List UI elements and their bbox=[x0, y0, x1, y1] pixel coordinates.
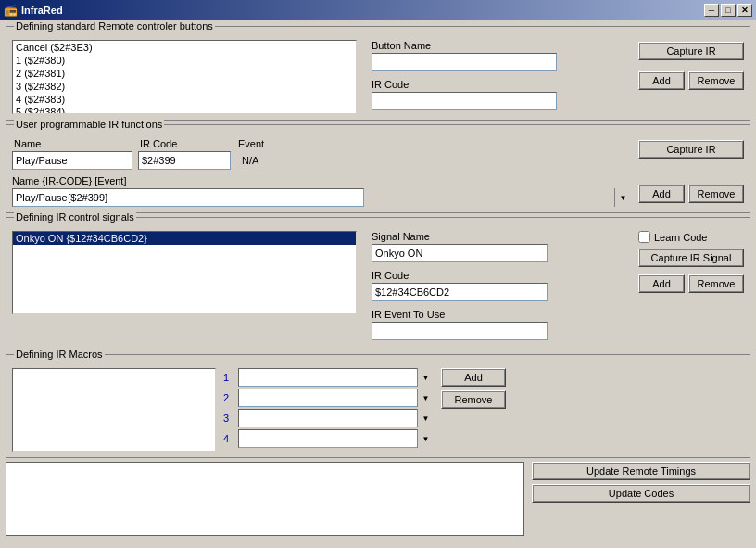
learn-code-label: Learn Code bbox=[654, 232, 708, 243]
user-programmable-group: User programmable IR functions Name IR C… bbox=[6, 124, 750, 213]
user-programmable-label: User programmable IR functions bbox=[14, 119, 164, 130]
app-title: InfraRed bbox=[21, 5, 63, 16]
button-name-input[interactable] bbox=[372, 53, 557, 71]
standard-remote-group: Defining standard Remote controler butto… bbox=[6, 26, 750, 121]
user-capture-ir-button[interactable]: Capture IR bbox=[638, 140, 744, 159]
ir-remove-button[interactable]: Remove bbox=[688, 274, 744, 293]
macro-num-1: 1 bbox=[223, 372, 234, 383]
learn-code-checkbox[interactable] bbox=[638, 231, 650, 243]
ir-macros-group: Defining IR Macros 1 ▼ 2 bbox=[6, 354, 750, 458]
ir-event-label: IR Event To Use bbox=[372, 309, 633, 320]
close-button[interactable]: ✕ bbox=[737, 4, 752, 17]
macro-remove-button[interactable]: Remove bbox=[441, 390, 506, 409]
macros-listbox[interactable] bbox=[12, 368, 216, 452]
macro-dropdown-1[interactable] bbox=[238, 368, 434, 387]
col-event-header: Event bbox=[238, 138, 312, 149]
list-item[interactable]: 4 ($2#383) bbox=[13, 93, 356, 106]
list-item[interactable]: 1 ($2#380) bbox=[13, 54, 356, 67]
list-item[interactable]: Cancel ($2#3E3) bbox=[13, 41, 356, 54]
add-button[interactable]: Add bbox=[638, 71, 685, 90]
name-ir-event-dropdown[interactable] bbox=[12, 188, 364, 207]
macro-dropdown-3[interactable] bbox=[238, 409, 434, 427]
standard-remote-label: Defining standard Remote controler butto… bbox=[14, 20, 215, 32]
bottom-section: Update Remote Timings Update Codes bbox=[6, 462, 750, 536]
list-item[interactable]: 3 ($2#382) bbox=[13, 80, 356, 93]
macro-num-2: 2 bbox=[223, 392, 234, 403]
col-ir-code-header: IR Code bbox=[140, 138, 233, 149]
title-bar: 📻 InfraRed ─ □ ✕ bbox=[0, 0, 756, 20]
update-remote-timings-button[interactable]: Update Remote Timings bbox=[532, 462, 750, 480]
bottom-text-area[interactable] bbox=[6, 462, 524, 536]
user-remove-button[interactable]: Remove bbox=[688, 185, 744, 203]
button-name-label: Button Name bbox=[372, 40, 631, 51]
list-item[interactable]: 5 ($2#384) bbox=[13, 106, 356, 114]
minimize-button[interactable]: ─ bbox=[704, 4, 719, 17]
macro-dropdown-2[interactable] bbox=[238, 389, 434, 407]
signal-name-label: Signal Name bbox=[372, 231, 633, 242]
col-name-header: Name bbox=[14, 138, 134, 149]
standard-remote-listbox[interactable]: Cancel ($2#3E3) 1 ($2#380) 2 ($2#381) 3 … bbox=[12, 40, 357, 114]
macro-add-button[interactable]: Add bbox=[441, 368, 506, 387]
update-codes-button[interactable]: Update Codes bbox=[532, 484, 750, 503]
name-ir-event-label: Name {IR-CODE} [Event] bbox=[12, 175, 631, 186]
user-event-value: N/A bbox=[236, 155, 258, 166]
ir-add-button[interactable]: Add bbox=[638, 274, 685, 293]
ir-control-listbox[interactable]: Onkyo ON {$12#34CB6CD2} bbox=[12, 231, 357, 314]
user-add-button[interactable]: Add bbox=[638, 185, 685, 203]
ir-code-label2: IR Code bbox=[372, 270, 633, 281]
ir-code-label: IR Code bbox=[372, 79, 631, 90]
ir-code-input2[interactable] bbox=[372, 283, 548, 301]
macro-num-3: 3 bbox=[223, 413, 234, 424]
list-item[interactable]: 2 ($2#381) bbox=[13, 67, 356, 80]
window-body: Defining standard Remote controler butto… bbox=[0, 20, 756, 548]
capture-ir-button[interactable]: Capture IR bbox=[638, 42, 744, 60]
ir-macros-label: Defining IR Macros bbox=[14, 349, 105, 360]
macro-dropdown-4[interactable] bbox=[238, 429, 434, 448]
user-name-input[interactable] bbox=[12, 151, 132, 170]
ir-code-input[interactable] bbox=[372, 92, 557, 110]
app-icon: 📻 bbox=[4, 4, 18, 17]
user-ir-code-input[interactable] bbox=[138, 151, 231, 170]
ir-control-label: Defining IR control signals bbox=[14, 211, 136, 223]
ir-event-input[interactable] bbox=[372, 322, 548, 340]
capture-ir-signal-button[interactable]: Capture IR Signal bbox=[638, 249, 744, 267]
ir-control-group: Defining IR control signals Onkyo ON {$1… bbox=[6, 217, 750, 350]
dropdown-arrow-icon[interactable]: ▼ bbox=[614, 188, 631, 207]
macro-num-4: 4 bbox=[223, 433, 234, 444]
remove-button[interactable]: Remove bbox=[688, 71, 744, 90]
maximize-button[interactable]: □ bbox=[721, 4, 736, 17]
list-item[interactable]: Onkyo ON {$12#34CB6CD2} bbox=[13, 232, 356, 245]
signal-name-input[interactable] bbox=[372, 244, 548, 262]
